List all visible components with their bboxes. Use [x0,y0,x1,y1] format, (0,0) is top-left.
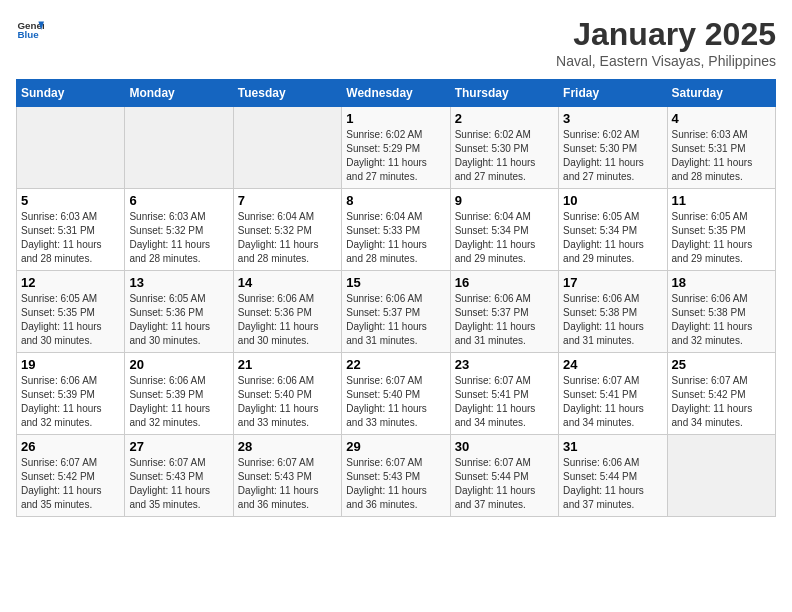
day-info: Sunrise: 6:04 AM Sunset: 5:34 PM Dayligh… [455,210,554,266]
day-info: Sunrise: 6:06 AM Sunset: 5:36 PM Dayligh… [238,292,337,348]
day-number: 17 [563,275,662,290]
day-cell [667,435,775,517]
day-info: Sunrise: 6:07 AM Sunset: 5:41 PM Dayligh… [455,374,554,430]
day-info: Sunrise: 6:05 AM Sunset: 5:35 PM Dayligh… [672,210,771,266]
day-number: 20 [129,357,228,372]
day-number: 15 [346,275,445,290]
svg-text:Blue: Blue [17,29,39,40]
day-cell: 6Sunrise: 6:03 AM Sunset: 5:32 PM Daylig… [125,189,233,271]
day-cell: 18Sunrise: 6:06 AM Sunset: 5:38 PM Dayli… [667,271,775,353]
logo: General Blue [16,16,44,44]
day-number: 19 [21,357,120,372]
weekday-header-thursday: Thursday [450,80,558,107]
day-number: 31 [563,439,662,454]
day-info: Sunrise: 6:06 AM Sunset: 5:39 PM Dayligh… [21,374,120,430]
day-info: Sunrise: 6:03 AM Sunset: 5:31 PM Dayligh… [21,210,120,266]
day-number: 10 [563,193,662,208]
day-info: Sunrise: 6:07 AM Sunset: 5:42 PM Dayligh… [672,374,771,430]
day-number: 1 [346,111,445,126]
day-info: Sunrise: 6:02 AM Sunset: 5:29 PM Dayligh… [346,128,445,184]
day-cell [125,107,233,189]
day-info: Sunrise: 6:05 AM Sunset: 5:35 PM Dayligh… [21,292,120,348]
day-info: Sunrise: 6:07 AM Sunset: 5:40 PM Dayligh… [346,374,445,430]
day-number: 26 [21,439,120,454]
page-header: General Blue January 2025 Naval, Eastern… [16,16,776,69]
week-row-1: 1Sunrise: 6:02 AM Sunset: 5:29 PM Daylig… [17,107,776,189]
day-cell: 2Sunrise: 6:02 AM Sunset: 5:30 PM Daylig… [450,107,558,189]
day-number: 2 [455,111,554,126]
day-info: Sunrise: 6:05 AM Sunset: 5:36 PM Dayligh… [129,292,228,348]
day-number: 25 [672,357,771,372]
day-cell [17,107,125,189]
day-number: 5 [21,193,120,208]
day-cell: 14Sunrise: 6:06 AM Sunset: 5:36 PM Dayli… [233,271,341,353]
day-number: 8 [346,193,445,208]
title-block: January 2025 Naval, Eastern Visayas, Phi… [556,16,776,69]
day-cell: 9Sunrise: 6:04 AM Sunset: 5:34 PM Daylig… [450,189,558,271]
day-info: Sunrise: 6:06 AM Sunset: 5:38 PM Dayligh… [563,292,662,348]
day-cell: 4Sunrise: 6:03 AM Sunset: 5:31 PM Daylig… [667,107,775,189]
day-cell: 7Sunrise: 6:04 AM Sunset: 5:32 PM Daylig… [233,189,341,271]
calendar-table: SundayMondayTuesdayWednesdayThursdayFrid… [16,79,776,517]
week-row-3: 12Sunrise: 6:05 AM Sunset: 5:35 PM Dayli… [17,271,776,353]
day-cell: 13Sunrise: 6:05 AM Sunset: 5:36 PM Dayli… [125,271,233,353]
day-cell: 25Sunrise: 6:07 AM Sunset: 5:42 PM Dayli… [667,353,775,435]
day-cell: 12Sunrise: 6:05 AM Sunset: 5:35 PM Dayli… [17,271,125,353]
week-row-2: 5Sunrise: 6:03 AM Sunset: 5:31 PM Daylig… [17,189,776,271]
day-number: 7 [238,193,337,208]
weekday-header-monday: Monday [125,80,233,107]
calendar-title: January 2025 [556,16,776,53]
day-number: 23 [455,357,554,372]
day-number: 29 [346,439,445,454]
weekday-header-row: SundayMondayTuesdayWednesdayThursdayFrid… [17,80,776,107]
day-info: Sunrise: 6:07 AM Sunset: 5:43 PM Dayligh… [238,456,337,512]
day-info: Sunrise: 6:07 AM Sunset: 5:41 PM Dayligh… [563,374,662,430]
day-cell: 28Sunrise: 6:07 AM Sunset: 5:43 PM Dayli… [233,435,341,517]
day-cell: 10Sunrise: 6:05 AM Sunset: 5:34 PM Dayli… [559,189,667,271]
day-info: Sunrise: 6:06 AM Sunset: 5:40 PM Dayligh… [238,374,337,430]
day-info: Sunrise: 6:03 AM Sunset: 5:31 PM Dayligh… [672,128,771,184]
day-number: 30 [455,439,554,454]
weekday-header-friday: Friday [559,80,667,107]
day-info: Sunrise: 6:06 AM Sunset: 5:38 PM Dayligh… [672,292,771,348]
day-number: 9 [455,193,554,208]
day-cell: 26Sunrise: 6:07 AM Sunset: 5:42 PM Dayli… [17,435,125,517]
logo-icon: General Blue [16,16,44,44]
day-number: 4 [672,111,771,126]
day-number: 11 [672,193,771,208]
calendar-subtitle: Naval, Eastern Visayas, Philippines [556,53,776,69]
day-cell: 15Sunrise: 6:06 AM Sunset: 5:37 PM Dayli… [342,271,450,353]
day-cell: 5Sunrise: 6:03 AM Sunset: 5:31 PM Daylig… [17,189,125,271]
day-number: 21 [238,357,337,372]
day-info: Sunrise: 6:04 AM Sunset: 5:33 PM Dayligh… [346,210,445,266]
day-cell: 17Sunrise: 6:06 AM Sunset: 5:38 PM Dayli… [559,271,667,353]
day-info: Sunrise: 6:07 AM Sunset: 5:44 PM Dayligh… [455,456,554,512]
day-cell: 8Sunrise: 6:04 AM Sunset: 5:33 PM Daylig… [342,189,450,271]
day-cell: 19Sunrise: 6:06 AM Sunset: 5:39 PM Dayli… [17,353,125,435]
day-cell: 21Sunrise: 6:06 AM Sunset: 5:40 PM Dayli… [233,353,341,435]
day-cell: 31Sunrise: 6:06 AM Sunset: 5:44 PM Dayli… [559,435,667,517]
day-number: 22 [346,357,445,372]
week-row-5: 26Sunrise: 6:07 AM Sunset: 5:42 PM Dayli… [17,435,776,517]
weekday-header-sunday: Sunday [17,80,125,107]
day-info: Sunrise: 6:02 AM Sunset: 5:30 PM Dayligh… [563,128,662,184]
day-info: Sunrise: 6:05 AM Sunset: 5:34 PM Dayligh… [563,210,662,266]
day-cell: 1Sunrise: 6:02 AM Sunset: 5:29 PM Daylig… [342,107,450,189]
weekday-header-saturday: Saturday [667,80,775,107]
day-cell: 27Sunrise: 6:07 AM Sunset: 5:43 PM Dayli… [125,435,233,517]
day-info: Sunrise: 6:03 AM Sunset: 5:32 PM Dayligh… [129,210,228,266]
day-number: 16 [455,275,554,290]
day-info: Sunrise: 6:06 AM Sunset: 5:37 PM Dayligh… [346,292,445,348]
weekday-header-tuesday: Tuesday [233,80,341,107]
day-info: Sunrise: 6:02 AM Sunset: 5:30 PM Dayligh… [455,128,554,184]
day-info: Sunrise: 6:06 AM Sunset: 5:37 PM Dayligh… [455,292,554,348]
day-cell: 20Sunrise: 6:06 AM Sunset: 5:39 PM Dayli… [125,353,233,435]
day-number: 27 [129,439,228,454]
day-info: Sunrise: 6:06 AM Sunset: 5:39 PM Dayligh… [129,374,228,430]
day-cell: 23Sunrise: 6:07 AM Sunset: 5:41 PM Dayli… [450,353,558,435]
day-number: 13 [129,275,228,290]
week-row-4: 19Sunrise: 6:06 AM Sunset: 5:39 PM Dayli… [17,353,776,435]
weekday-header-wednesday: Wednesday [342,80,450,107]
day-cell [233,107,341,189]
day-cell: 24Sunrise: 6:07 AM Sunset: 5:41 PM Dayli… [559,353,667,435]
